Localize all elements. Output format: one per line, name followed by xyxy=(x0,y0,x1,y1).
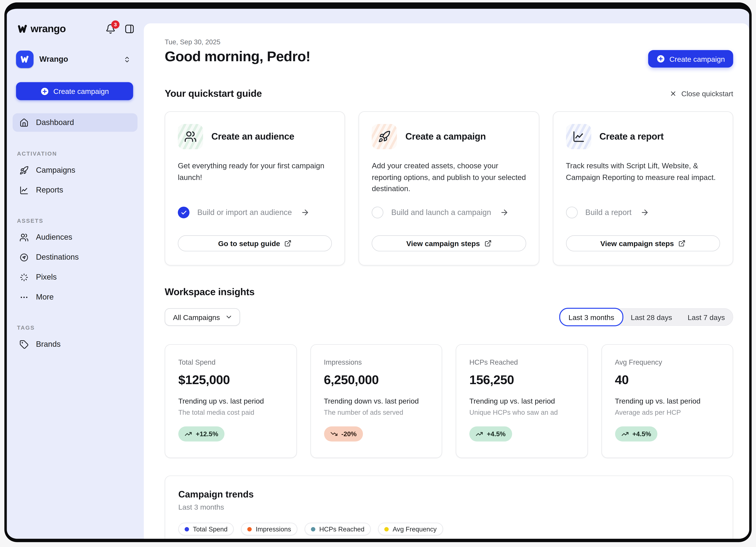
section-label-assets: ASSETS xyxy=(17,218,138,223)
sidebar-item-label: Pixels xyxy=(36,273,57,282)
header-create-campaign-button[interactable]: Create campaign xyxy=(648,50,733,67)
panel-right-icon xyxy=(124,23,135,34)
campaign-trends-card: Campaign trends Last 3 months Total Spen… xyxy=(165,475,733,539)
metric-value: 40 xyxy=(615,373,719,388)
sidebar-item-campaigns[interactable]: Campaigns xyxy=(13,161,138,179)
sidebar-item-label: Reports xyxy=(36,186,63,194)
insights-filters: All Campaigns Last 3 months Last 28 days… xyxy=(165,308,733,326)
sidebar-item-dashboard[interactable]: Dashboard xyxy=(13,113,138,132)
campaign-trends-title: Campaign trends xyxy=(178,489,719,500)
delta-value: +4.5% xyxy=(487,430,506,438)
plus-circle-icon xyxy=(40,87,49,96)
metric-trend: Trending down vs. last period xyxy=(324,397,428,405)
trending-up-icon xyxy=(185,430,192,438)
metric-description: The number of ads served xyxy=(324,409,428,416)
sidebar-item-label: Destinations xyxy=(36,253,79,262)
card-title: Create a report xyxy=(599,131,664,142)
quickstart-card-create-audience: Create an audience Get everything ready … xyxy=(165,111,345,265)
delta-badge: +12.5% xyxy=(178,426,225,442)
range-last-28-days[interactable]: Last 28 days xyxy=(623,309,680,325)
page-header: Tue, Sep 30, 2025 Good morning, Pedro! C… xyxy=(165,38,733,65)
notifications-button[interactable]: 3 xyxy=(105,23,116,34)
range-last-3-months[interactable]: Last 3 months xyxy=(559,308,623,326)
button-label: View campaign steps xyxy=(406,239,480,247)
task-todo-circle xyxy=(372,207,383,218)
sidebar-create-campaign-button[interactable]: Create campaign xyxy=(16,82,133,100)
workspace-selector[interactable]: Wrango xyxy=(16,49,133,70)
external-link-icon xyxy=(284,240,292,247)
legend-chip-avg-frequency[interactable]: Avg Frequency xyxy=(378,523,443,535)
sidebar-create-campaign-label: Create campaign xyxy=(53,87,109,95)
metric-label: HCPs Reached xyxy=(469,359,574,366)
legend-chip-impressions[interactable]: Impressions xyxy=(241,523,297,535)
close-quickstart-button[interactable]: Close quickstart xyxy=(670,89,733,98)
campaign-tile xyxy=(372,124,397,149)
metric-card-impressions: Impressions 6,250,000 Trending down vs. … xyxy=(310,344,442,458)
legend-dot xyxy=(384,527,389,531)
legend-label: Total Spend xyxy=(193,525,227,533)
metric-value: 156,250 xyxy=(469,373,574,388)
sidebar-item-more[interactable]: More xyxy=(13,289,138,306)
card-body: Add your created assets, choose your rep… xyxy=(372,160,526,194)
workspace-avatar xyxy=(16,51,33,68)
campaign-filter-dropdown[interactable]: All Campaigns xyxy=(165,308,240,326)
view-campaign-steps-button[interactable]: View campaign steps xyxy=(566,235,720,251)
sidebar-item-reports[interactable]: Reports xyxy=(13,181,138,199)
metric-label: Total Spend xyxy=(178,359,283,366)
legend-dot xyxy=(185,527,189,531)
app-window: wrango 3 Wrango xyxy=(4,2,752,542)
sidebar-item-brands[interactable]: Brands xyxy=(13,336,138,353)
legend-chip-hcps-reached[interactable]: HCPs Reached xyxy=(305,523,371,535)
house-icon xyxy=(19,118,29,127)
section-label-activation: ACTIVATION xyxy=(17,151,138,156)
delta-value: -20% xyxy=(341,430,357,438)
quickstart-card-create-report: Create a report Track results with Scrip… xyxy=(553,111,733,265)
chevron-down-icon xyxy=(225,313,233,321)
sidebar-item-label: Campaigns xyxy=(36,166,75,174)
metric-value: $125,000 xyxy=(178,373,283,388)
page-date: Tue, Sep 30, 2025 xyxy=(165,38,733,46)
button-label: View campaign steps xyxy=(600,239,674,247)
range-last-7-days[interactable]: Last 7 days xyxy=(680,309,733,325)
metric-trend: Trending up vs. last period xyxy=(615,397,719,405)
go-to-setup-guide-button[interactable]: Go to setup guide xyxy=(178,235,332,251)
tag-icon xyxy=(19,340,29,349)
chart-line-icon xyxy=(19,185,29,195)
workspace-insights-title: Workspace insights xyxy=(165,287,733,298)
trending-up-icon xyxy=(621,430,628,438)
sidebar: wrango 3 Wrango xyxy=(7,9,144,539)
quickstart-title: Your quickstart guide xyxy=(165,88,262,99)
task-build-or-import-audience[interactable]: Build or import an audience xyxy=(178,207,309,218)
legend-chip-total-spend[interactable]: Total Spend xyxy=(178,523,234,535)
sidebar-item-label: More xyxy=(36,293,54,302)
sidebar-header: wrango 3 xyxy=(13,22,138,35)
task-label: Build a report xyxy=(585,208,632,217)
sidebar-item-audiences[interactable]: Audiences xyxy=(13,228,138,246)
task-todo-circle xyxy=(566,207,578,218)
card-body: Track results with Script Lift, Website,… xyxy=(566,160,720,183)
metric-value: 6,250,000 xyxy=(324,373,428,388)
metric-label: Avg Frequency xyxy=(615,359,719,366)
sidebar-item-pixels[interactable]: Pixels xyxy=(13,268,138,286)
metric-card-avg-frequency: Avg Frequency 40 Trending up vs. last pe… xyxy=(601,344,733,458)
wrango-logo: wrango xyxy=(17,23,66,34)
arrow-right-icon xyxy=(640,208,649,217)
external-link-icon xyxy=(484,240,491,247)
wrango-avatar-icon xyxy=(20,54,30,64)
notification-badge: 3 xyxy=(111,20,119,28)
main-panel: Tue, Sep 30, 2025 Good morning, Pedro! C… xyxy=(144,23,749,539)
delta-badge: +4.5% xyxy=(615,426,657,442)
task-build-and-launch-campaign[interactable]: Build and launch a campaign xyxy=(372,207,509,218)
header-create-campaign-label: Create campaign xyxy=(669,55,725,63)
task-build-a-report[interactable]: Build a report xyxy=(566,207,649,218)
sidebar-item-destinations[interactable]: Destinations xyxy=(13,248,138,266)
rocket-icon xyxy=(378,130,391,143)
sidebar-toggle-button[interactable] xyxy=(124,23,135,34)
metric-description: Average ads per HCP xyxy=(615,409,719,416)
delta-badge: -20% xyxy=(324,426,363,442)
campaign-trends-subtitle: Last 3 months xyxy=(178,503,719,511)
card-body: Get everything ready for your first camp… xyxy=(178,160,332,183)
view-campaign-steps-button[interactable]: View campaign steps xyxy=(372,235,526,251)
audience-tile xyxy=(178,124,203,149)
legend-label: HCPs Reached xyxy=(319,525,364,533)
